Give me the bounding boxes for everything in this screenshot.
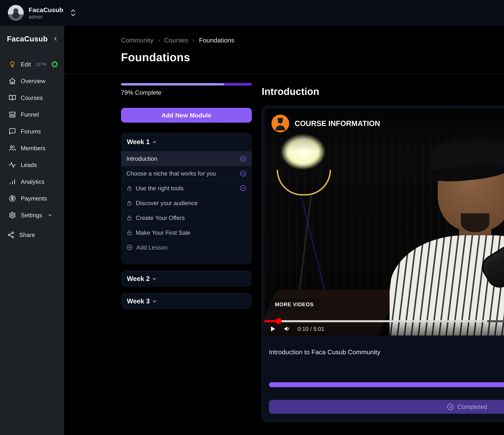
page-title: Foundations [121, 51, 504, 64]
time-display: 0:10 / 5:01 [298, 326, 324, 332]
edit-progress-badge: 117% [36, 62, 46, 67]
module-title: Week 2 [127, 275, 150, 282]
bar-chart-icon [8, 178, 16, 186]
user-switcher[interactable]: FacaCusub admin [8, 5, 76, 21]
play-button[interactable] [270, 326, 276, 332]
sidebar-item-share[interactable]: Share [0, 226, 64, 243]
sidebar-item-overview[interactable]: Overview [0, 73, 64, 89]
breadcrumb-community[interactable]: Community [121, 36, 153, 44]
module-week-2: Week 2 [121, 270, 252, 287]
user-role: admin [29, 14, 63, 20]
sidebar-item-label: Edit [21, 61, 31, 68]
breadcrumb-current: Foundations [199, 36, 234, 44]
sidebar-item-forums[interactable]: Forums [0, 123, 64, 140]
chevron-up-down-icon[interactable] [70, 9, 76, 17]
lock-icon [126, 215, 132, 221]
sidebar: FacaCusub Edit 117% Overview Courses [0, 26, 64, 435]
add-new-module-button[interactable]: Add New Module [121, 108, 252, 123]
sidebar-item-edit[interactable]: Edit 117% [0, 56, 64, 73]
check-circle-icon [447, 403, 454, 410]
video-progress-bar[interactable] [264, 320, 504, 322]
sidebar-item-label: Analytics [21, 178, 45, 185]
sidebar-item-label: Leads [21, 162, 37, 168]
sidebar-item-label: Share [19, 232, 35, 238]
module-header[interactable]: Week 3 [121, 293, 252, 309]
sidebar-item-courses[interactable]: Courses [0, 89, 64, 106]
completed-button[interactable]: Completed [269, 400, 504, 414]
lesson-item[interactable]: Use the right tools [121, 181, 252, 195]
module-title: Week 1 [127, 138, 150, 146]
channel-avatar[interactable] [271, 115, 289, 132]
lock-icon [126, 200, 132, 206]
lesson-progress-bar [269, 382, 504, 387]
lesson-video-card: RØDE COURSE INFORMATION [262, 106, 504, 422]
plus-circle-icon [126, 244, 133, 251]
lesson-caption: Introduction to Faca Cusub Community [264, 336, 504, 356]
lesson-item[interactable]: Choose a niche that works for you [121, 166, 252, 181]
sidebar-item-label: Members [21, 145, 45, 152]
sidebar-item-label: Forums [21, 128, 41, 135]
sidebar-item-label: Settings [21, 212, 42, 219]
lightbulb-icon [8, 60, 16, 68]
sidebar-item-leads[interactable]: Leads [0, 157, 64, 173]
module-header[interactable]: Week 2 [121, 270, 252, 287]
more-videos-button[interactable]: MORE VIDEOS [270, 298, 319, 311]
lesson-item[interactable]: Make Your First Sale [121, 225, 252, 240]
lesson-item[interactable]: Create Your Offers [121, 210, 252, 225]
module-week-3: Week 3 [121, 293, 252, 309]
lesson-item[interactable]: Introduction [121, 151, 252, 166]
chevron-down-icon [152, 276, 157, 282]
user-name: FacaCusub [29, 6, 63, 14]
lesson-label: Create Your Offers [136, 215, 246, 221]
lesson-detail-panel: Introduction Edit Delete [262, 83, 504, 422]
volume-icon[interactable] [283, 325, 291, 332]
user-avatar [8, 5, 24, 21]
home-icon [8, 77, 16, 85]
sidebar-item-payments[interactable]: Payments [0, 190, 64, 207]
chevron-up-icon [152, 139, 157, 145]
lesson-label: Make Your First Sale [136, 229, 246, 236]
share-icon [7, 231, 15, 239]
video-title[interactable]: COURSE INFORMATION [295, 119, 380, 128]
layout-icon [8, 111, 16, 119]
sidebar-brand: FacaCusub [7, 35, 48, 43]
chat-bubble-icon [8, 127, 16, 135]
lesson-label: Discover your audience [136, 200, 246, 206]
sidebar-collapse-button[interactable] [53, 36, 58, 42]
lesson-label: Add Lesson [136, 244, 246, 251]
sidebar-item-settings[interactable]: Settings [0, 207, 64, 224]
sidebar-item-label: Overview [21, 78, 45, 84]
completed-label: Completed [457, 403, 487, 410]
check-circle-icon [240, 170, 246, 177]
sidebar-item-analytics[interactable]: Analytics [0, 173, 64, 190]
module-header[interactable]: Week 1 [121, 132, 252, 151]
course-progress-label: 79% Complete [121, 89, 252, 96]
breadcrumb-courses[interactable]: Courses [164, 36, 188, 44]
lesson-label: Introduction [126, 155, 236, 162]
lesson-label: Use the right tools [136, 185, 236, 192]
lock-icon [126, 185, 132, 191]
course-outline-panel: 79% Complete Add New Module Week 1 Intro… [121, 83, 252, 422]
sidebar-item-label: Payments [21, 195, 47, 202]
course-progress-bar [121, 83, 252, 86]
activity-icon [8, 161, 16, 169]
breadcrumb: Community › Courses › Foundations [121, 36, 504, 44]
lesson-item[interactable]: Discover your audience [121, 195, 252, 210]
check-circle-icon [240, 156, 246, 162]
book-open-icon [8, 94, 16, 102]
lesson-title: Introduction [262, 86, 319, 97]
lesson-label: Choose a niche that works for you [126, 170, 236, 177]
sidebar-item-members[interactable]: Members [0, 140, 64, 157]
add-lesson-button[interactable]: Add Lesson [121, 240, 252, 255]
chevron-down-icon [48, 213, 53, 218]
module-week-1: Week 1 Introduction Choose a niche that … [121, 132, 252, 264]
sidebar-item-funnel[interactable]: Funnel [0, 106, 64, 123]
breadcrumb-separator: › [158, 37, 160, 44]
module-title: Week 3 [127, 297, 150, 305]
check-circle-icon [240, 185, 246, 191]
dollar-circle-icon [8, 194, 16, 202]
status-ring-icon [52, 61, 58, 67]
chevron-down-icon [152, 299, 157, 304]
sidebar-item-label: Funnel [21, 111, 39, 118]
video-player[interactable]: RØDE COURSE INFORMATION [264, 109, 504, 336]
